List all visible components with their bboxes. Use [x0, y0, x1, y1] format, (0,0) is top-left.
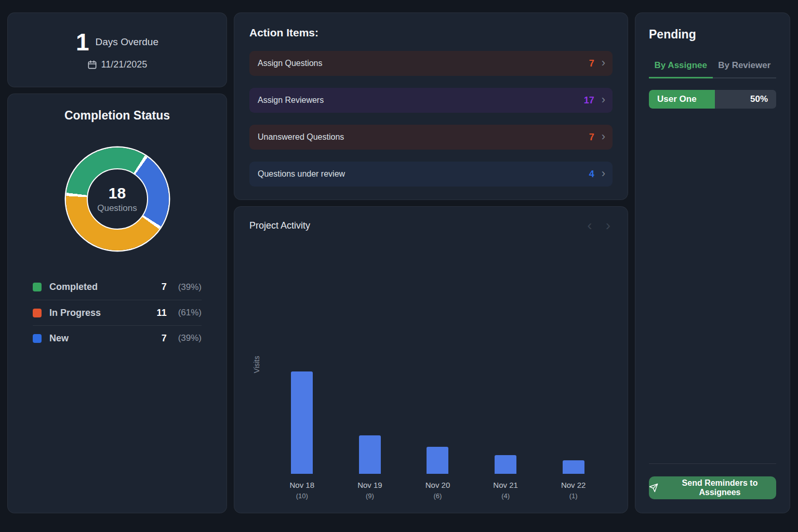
- left-column: 1 Days Overdue 11/21/2025 Completion Sta…: [7, 12, 227, 513]
- chart-pagination: ‹ ›: [587, 218, 613, 233]
- activity-bar-chart: Visits Nov 18 (10) Nov 19 (9) Nov 20 (6)…: [249, 233, 613, 500]
- donut-center-label: Questions: [97, 203, 137, 214]
- right-column: Pending By Assignee By Reviewer User One…: [635, 12, 790, 513]
- send-icon: [649, 483, 658, 493]
- action-row-unanswered-questions[interactable]: Unanswered Questions 7 ›: [249, 125, 613, 150]
- action-row-assign-questions[interactable]: Assign Questions 7 ›: [249, 51, 613, 76]
- donut-center: 18 Questions: [87, 168, 148, 230]
- completed-swatch-icon: [33, 283, 42, 291]
- divider: [649, 463, 776, 464]
- action-row-count: 4: [589, 169, 594, 180]
- bar-count-label: (4): [501, 492, 510, 500]
- spacer: [649, 109, 776, 463]
- project-activity-title: Project Activity: [249, 220, 587, 231]
- assignee-progress-row[interactable]: User One 50%: [649, 90, 776, 109]
- due-date-value: 11/21/2025: [101, 59, 148, 70]
- completion-donut-wrap: 18 Questions: [25, 148, 209, 250]
- legend-row-completed: Completed 7 (39%): [33, 274, 202, 300]
- action-row-count: 17: [584, 95, 594, 106]
- legend-row-new: New 7 (39%): [33, 325, 202, 351]
- legend-value: 11: [157, 308, 167, 318]
- bar-column-nov-19: Nov 19 (9): [336, 435, 404, 500]
- completion-status-title: Completion Status: [25, 109, 209, 123]
- bar: [427, 447, 448, 474]
- new-swatch-icon: [33, 334, 42, 343]
- bar-column-nov-22: Nov 22 (1): [539, 460, 607, 500]
- legend-value: 7: [162, 282, 167, 292]
- days-overdue-card: 1 Days Overdue 11/21/2025: [7, 12, 227, 87]
- action-row-label: Questions under review: [258, 169, 589, 179]
- send-reminders-button[interactable]: Send Reminders to Assignees: [649, 476, 776, 499]
- send-reminders-label: Send Reminders to Assignees: [663, 478, 776, 497]
- bar-column-nov-21: Nov 21 (4): [472, 455, 540, 500]
- pending-tabs: By Assignee By Reviewer: [649, 55, 776, 78]
- chevron-right-icon: ›: [602, 131, 605, 142]
- overdue-days-label: Days Overdue: [96, 36, 158, 48]
- chevron-left-icon[interactable]: ‹: [587, 218, 592, 233]
- bar: [359, 435, 381, 474]
- bar-date-label: Nov 20: [425, 481, 450, 489]
- action-items-list: Assign Questions 7 › Assign Reviewers 17…: [249, 51, 613, 187]
- bar-date-label: Nov 19: [357, 481, 382, 489]
- action-row-label: Assign Reviewers: [258, 96, 584, 105]
- chevron-right-icon: ›: [602, 94, 605, 105]
- bar-date-label: Nov 22: [561, 481, 586, 489]
- assignee-progress-fill: User One: [649, 90, 715, 109]
- action-items-title: Action Items:: [249, 26, 613, 39]
- action-row-label: Assign Questions: [258, 59, 589, 68]
- bar: [291, 371, 313, 474]
- tab-by-reviewer[interactable]: By Reviewer: [713, 55, 777, 78]
- action-row-assign-reviewers[interactable]: Assign Reviewers 17 ›: [249, 88, 613, 113]
- action-row-label: Unanswered Questions: [258, 132, 589, 142]
- bar: [495, 455, 516, 474]
- completion-legend: Completed 7 (39%) In Progress 11 (61%) N…: [25, 274, 209, 351]
- legend-pct: (61%): [178, 308, 202, 318]
- legend-pct: (39%): [178, 282, 202, 292]
- due-date: 11/21/2025: [87, 59, 148, 70]
- legend-label: Completed: [49, 282, 154, 292]
- assignee-progress-pct: 50%: [750, 90, 768, 109]
- project-activity-header: Project Activity ‹ ›: [249, 218, 613, 233]
- legend-value: 7: [162, 333, 167, 344]
- chart-y-axis-label: Visits: [252, 356, 261, 373]
- legend-label: In Progress: [49, 308, 149, 318]
- completion-donut-chart: 18 Questions: [66, 148, 169, 250]
- chevron-right-icon[interactable]: ›: [606, 218, 610, 233]
- bar: [563, 460, 584, 474]
- bar-count-label: (1): [569, 492, 578, 500]
- bar-column-nov-20: Nov 20 (6): [404, 447, 472, 500]
- bar-count-label: (10): [296, 492, 308, 500]
- pending-title: Pending: [649, 28, 776, 42]
- bar-date-label: Nov 18: [290, 481, 315, 489]
- calendar-icon: [87, 60, 97, 70]
- action-row-count: 7: [589, 132, 594, 143]
- overdue-days-value: 1: [76, 30, 89, 54]
- assignee-name: User One: [657, 94, 697, 104]
- action-row-count: 7: [589, 58, 594, 69]
- bar-column-nov-18: Nov 18 (10): [268, 371, 336, 500]
- in-progress-swatch-icon: [33, 309, 42, 317]
- completion-status-card: Completion Status 18 Questions Completed…: [7, 94, 227, 513]
- bar-count-label: (9): [366, 492, 374, 500]
- bar-count-label: (6): [434, 492, 442, 500]
- chevron-right-icon: ›: [602, 57, 605, 69]
- action-items-card: Action Items: Assign Questions 7 › Assig…: [234, 12, 628, 200]
- tab-by-assignee[interactable]: By Assignee: [649, 55, 713, 78]
- donut-center-value: 18: [109, 184, 126, 202]
- overdue-summary: 1 Days Overdue: [76, 30, 158, 54]
- chevron-right-icon: ›: [602, 168, 605, 179]
- action-row-questions-under-review[interactable]: Questions under review 4 ›: [249, 162, 613, 187]
- legend-label: New: [49, 333, 154, 344]
- pending-panel: Pending By Assignee By Reviewer User One…: [635, 12, 790, 513]
- legend-pct: (39%): [178, 333, 202, 343]
- legend-row-in-progress: In Progress 11 (61%): [33, 300, 202, 325]
- project-activity-card: Project Activity ‹ › Visits Nov 18 (10) …: [234, 206, 628, 513]
- middle-column: Action Items: Assign Questions 7 › Assig…: [234, 12, 628, 513]
- bar-date-label: Nov 21: [493, 481, 518, 489]
